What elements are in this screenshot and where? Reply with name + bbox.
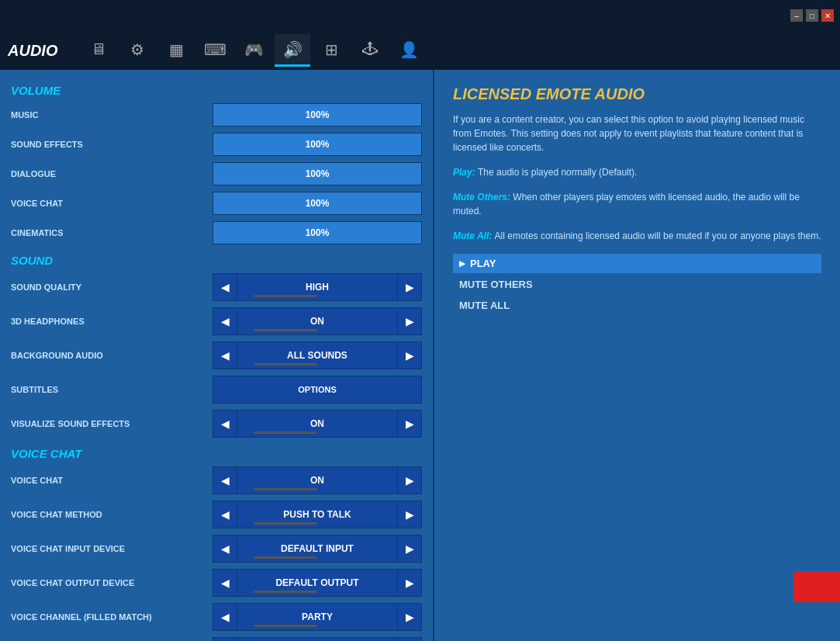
visualize-left[interactable]: ◀ (213, 410, 237, 438)
sound-quality-value: HIGH (306, 282, 329, 293)
voice-channel-value: PARTY (302, 612, 333, 622)
voice-input-value: DEFAULT INPUT (281, 543, 354, 554)
voice-chat-method-label: VOICE CHAT METHOD (11, 510, 213, 519)
option-play-label: PLAY (470, 258, 496, 269)
voice-channel-value-box: PARTY (237, 603, 397, 631)
setting-voice-chat-volume: VOICE CHAT 100% (0, 189, 433, 218)
subtitles-label: SUBTITLES (11, 385, 213, 394)
voice-output-label: VOICE CHAT OUTPUT DEVICE (11, 578, 213, 587)
visualize-right[interactable]: ▶ (397, 410, 422, 438)
cinematics-slider[interactable]: 100% (213, 221, 422, 244)
voice-notifications-control: ◀ ON ▶ (213, 637, 422, 641)
voice-input-label: VOICE CHAT INPUT DEVICE (11, 544, 213, 553)
mute-all-description: Mute All: All emotes containing licensed… (453, 229, 821, 243)
visualize-label: VISUALIZE SOUND EFFECTS (11, 419, 213, 428)
background-audio-left[interactable]: ◀ (213, 341, 237, 369)
play-description: Play: The audio is played normally (Defa… (453, 165, 821, 179)
nav-gamepad[interactable]: 🎮 (236, 34, 271, 67)
voice-channel-right[interactable]: ▶ (397, 603, 422, 631)
minimize-button[interactable]: – (790, 9, 803, 22)
sound-quality-left[interactable]: ◀ (213, 273, 237, 301)
mute-all-desc-text: All emotes containing licensed audio wil… (495, 230, 821, 241)
voice-output-left[interactable]: ◀ (213, 569, 237, 597)
voice-output-right[interactable]: ▶ (397, 569, 422, 597)
nav-network[interactable]: ⊞ (313, 34, 349, 67)
nav-display[interactable]: ▦ (158, 34, 194, 67)
option-mute-all[interactable]: MUTE ALL (453, 296, 821, 315)
visualize-value-box: ON (237, 410, 397, 438)
options-list: ▶ PLAY MUTE OTHERS MUTE ALL (453, 254, 821, 315)
maximize-button[interactable]: □ (806, 9, 818, 22)
option-mute-others[interactable]: MUTE OTHERS (453, 275, 821, 294)
setting-sound-quality: SOUND QUALITY ◀ HIGH ▶ (0, 270, 433, 304)
background-audio-label: BACKGROUND AUDIO (11, 351, 213, 360)
voice-chat-method-left[interactable]: ◀ (213, 501, 237, 528)
mute-all-label: Mute All: (453, 230, 495, 241)
sound-effects-value: 100% (306, 139, 330, 150)
sound-effects-slider[interactable]: 100% (213, 133, 422, 156)
nav-monitor[interactable]: 🖥 (81, 34, 116, 67)
cinematics-label: CINEMATICS (11, 228, 213, 237)
setting-voice-notifications: VOICE CHAT NOTIFICATIONS ◀ ON ▶ (0, 634, 433, 641)
background-audio-value-box: ALL SOUNDS (237, 341, 397, 369)
subtitles-options[interactable]: OPTIONS (213, 376, 422, 404)
voice-channel-left[interactable]: ◀ (213, 603, 237, 631)
settings-panel: VOLUME MUSIC 100% SOUND EFFECTS 100% DIA… (0, 70, 434, 641)
voice-input-control: ◀ DEFAULT INPUT ▶ (213, 535, 422, 563)
background-audio-value: ALL SOUNDS (287, 350, 347, 361)
setting-voice-chat: VOICE CHAT ◀ ON ▶ (0, 463, 433, 497)
voice-input-left[interactable]: ◀ (213, 535, 237, 563)
main-content: VOLUME MUSIC 100% SOUND EFFECTS 100% DIA… (0, 70, 840, 641)
info-title: LICENSED EMOTE AUDIO (453, 85, 821, 103)
sound-quality-label: SOUND QUALITY (11, 282, 213, 292)
voice-chat-slider[interactable]: 100% (213, 192, 422, 215)
nav-audio[interactable]: 🔊 (275, 34, 310, 67)
voice-output-control: ◀ DEFAULT OUTPUT ▶ (213, 569, 422, 597)
setting-music: MUSIC 100% (0, 100, 433, 130)
nav-settings[interactable]: ⚙ (119, 34, 155, 67)
nav-user[interactable]: 👤 (391, 34, 427, 67)
dialogue-label: DIALOGUE (11, 169, 213, 178)
voice-notifications-value-box: ON (237, 637, 397, 641)
voice-chat-method-value-box: PUSH TO TALK (237, 501, 397, 528)
nav-controller[interactable]: 🕹 (352, 34, 388, 67)
dialogue-slider[interactable]: 100% (213, 162, 422, 185)
voice-notifications-left[interactable]: ◀ (213, 637, 237, 641)
option-mute-others-label: MUTE OTHERS (459, 279, 533, 290)
voice-input-right[interactable]: ▶ (397, 535, 422, 563)
nav-bar: Audio 🖥 ⚙ ▦ ⌨ 🎮 🔊 ⊞ 🕹 👤 (0, 31, 840, 70)
headphones-left[interactable]: ◀ (213, 307, 237, 335)
voice-notifications-right[interactable]: ▶ (397, 637, 422, 641)
setting-voice-input: VOICE CHAT INPUT DEVICE ◀ DEFAULT INPUT … (0, 532, 433, 566)
voice-chat-method-right[interactable]: ▶ (397, 501, 422, 528)
svg-marker-0 (793, 548, 840, 625)
option-play[interactable]: ▶ PLAY (453, 254, 821, 273)
dialogue-value: 100% (306, 168, 330, 179)
background-audio-right[interactable]: ▶ (397, 341, 422, 369)
setting-dialogue: DIALOGUE 100% (0, 159, 433, 189)
voice-chat-left[interactable]: ◀ (213, 466, 237, 494)
option-mute-all-label: MUTE ALL (459, 300, 510, 311)
sound-section-header: SOUND (0, 248, 433, 270)
red-arrow-icon (793, 548, 840, 625)
close-button[interactable]: ✕ (821, 9, 834, 22)
music-slider[interactable]: 100% (213, 103, 422, 126)
headphones-right[interactable]: ▶ (397, 307, 422, 335)
setting-background-audio: BACKGROUND AUDIO ◀ ALL SOUNDS ▶ (0, 338, 433, 372)
app-title: Audio (8, 42, 57, 60)
sound-quality-value-box: HIGH (237, 273, 397, 301)
voice-chat-section-header: VOICE CHAT (0, 441, 433, 463)
headphones-label: 3D HEADPHONES (11, 317, 213, 326)
nav-keyboard[interactable]: ⌨ (197, 34, 233, 67)
sound-quality-right[interactable]: ▶ (397, 273, 422, 301)
info-description: If you are a content creator, you can se… (453, 113, 821, 154)
setting-3d-headphones: 3D HEADPHONES ◀ ON ▶ (0, 304, 433, 338)
play-desc-text: The audio is played normally (Default). (478, 167, 637, 178)
voice-output-value-box: DEFAULT OUTPUT (237, 569, 397, 597)
voice-channel-label: VOICE CHANNEL (FILLED MATCH) (11, 612, 213, 622)
setting-voice-output: VOICE CHAT OUTPUT DEVICE ◀ DEFAULT OUTPU… (0, 566, 433, 600)
volume-section-header: VOLUME (0, 78, 433, 100)
play-triangle-icon: ▶ (459, 259, 465, 268)
voice-chat-control: ◀ ON ▶ (213, 466, 422, 494)
voice-chat-right[interactable]: ▶ (397, 466, 422, 494)
